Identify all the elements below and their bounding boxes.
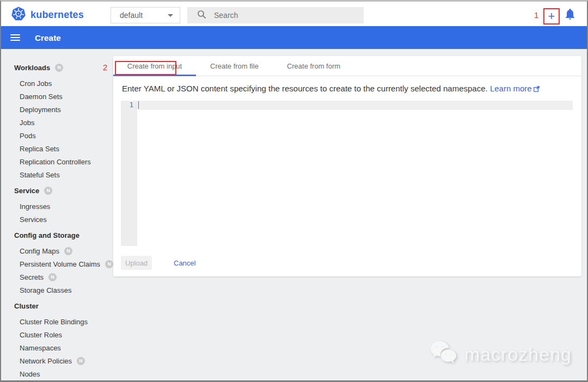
sidebar-item-network-policies[interactable]: Network Policies N	[1, 354, 113, 367]
annotation-step-2: 2	[103, 63, 107, 72]
section-label: Cluster	[14, 302, 39, 310]
item-label: Cluster Role Bindings	[20, 318, 88, 326]
item-label: Pods	[20, 132, 36, 140]
tab-create-from-form[interactable]: Create from form	[273, 56, 354, 76]
search-input[interactable]	[214, 11, 358, 20]
tab-bar: Create from input Create from file Creat…	[113, 56, 581, 76]
learn-more-link[interactable]: Learn more	[490, 84, 540, 93]
active-tab-indicator	[113, 75, 196, 76]
item-label: Persistent Volume Claims	[20, 260, 100, 268]
content-area: Workloads N Cron Jobs Daemon Sets Deploy…	[1, 49, 587, 382]
item-label: Deployments	[20, 106, 61, 114]
sidebar-item-secrets[interactable]: Secrets N	[1, 270, 113, 284]
item-label: Replication Controllers	[20, 158, 91, 166]
section-label: Workloads	[14, 64, 50, 72]
item-label: Nodes	[20, 370, 40, 378]
tab-create-from-file[interactable]: Create from file	[196, 56, 273, 76]
item-label: Jobs	[20, 119, 34, 127]
item-label: Cron Jobs	[20, 79, 52, 88]
app-header: kubernetes default +	[1, 2, 587, 26]
sidebar-item-storage-classes[interactable]: Storage Classes	[1, 284, 113, 297]
item-label: Network Policies	[20, 357, 72, 365]
external-link-icon	[534, 84, 540, 94]
sidebar-item-config-maps[interactable]: Config Maps N	[1, 244, 113, 257]
sidebar-section-config-and-storage[interactable]: Config and Storage	[1, 229, 113, 242]
namespaced-badge: N	[44, 187, 52, 195]
sidebar-item-cluster-role-bindings[interactable]: Cluster Role Bindings	[1, 315, 113, 328]
sidebar-item-daemon-sets[interactable]: Daemon Sets	[1, 90, 113, 103]
sidebar-section-workloads[interactable]: Workloads N	[1, 61, 113, 74]
page-toolbar: Create	[1, 26, 587, 49]
kubernetes-dashboard-window: kubernetes default + Create	[0, 0, 588, 382]
sidebar: Workloads N Cron Jobs Daemon Sets Deploy…	[1, 49, 113, 382]
page-title: Create	[35, 33, 61, 42]
brand-name: kubernetes	[30, 9, 84, 21]
create-plus-button[interactable]: +	[543, 8, 560, 24]
sidebar-item-pods[interactable]: Pods	[1, 129, 113, 142]
item-label: Replica Sets	[20, 145, 59, 153]
tab-label: Create from input	[127, 62, 182, 70]
namespaced-badge: N	[48, 273, 57, 281]
item-label: Cluster Roles	[20, 331, 62, 339]
description-text: Enter YAML or JSON content specifying th…	[122, 84, 488, 93]
sidebar-item-stateful-sets[interactable]: Stateful Sets	[1, 168, 113, 181]
sidebar-item-ingresses[interactable]: Ingresses	[1, 200, 113, 213]
namespaced-badge: N	[77, 357, 85, 365]
sidebar-section-service[interactable]: Service N	[1, 184, 113, 197]
sidebar-item-namespaces[interactable]: Namespaces	[1, 341, 113, 354]
line-number: 1	[130, 101, 133, 109]
item-label: Secrets	[20, 273, 44, 281]
main-panel: Create from input Create from file Creat…	[113, 49, 587, 382]
editor-active-line	[137, 101, 573, 110]
search-bar	[187, 7, 364, 23]
item-label: Namespaces	[20, 344, 61, 352]
watermark: macrozheng	[430, 340, 572, 368]
wechat-icon	[430, 340, 459, 368]
sidebar-item-replica-sets[interactable]: Replica Sets	[1, 142, 113, 155]
item-label: Services	[20, 215, 47, 224]
tab-label: Create from form	[287, 62, 340, 70]
namespaced-badge: N	[105, 260, 113, 268]
item-label: Ingresses	[20, 202, 50, 211]
item-label: Stateful Sets	[20, 171, 60, 179]
sidebar-item-persistent-volume-claims[interactable]: Persistent Volume Claims N	[1, 257, 113, 270]
menu-icon[interactable]	[10, 34, 20, 41]
sidebar-item-deployments[interactable]: Deployments	[1, 103, 113, 116]
watermark-text: macrozheng	[464, 344, 572, 365]
tab-label: Create from file	[210, 62, 259, 70]
chevron-down-icon	[168, 14, 173, 17]
sidebar-item-cluster-roles[interactable]: Cluster Roles	[1, 328, 113, 341]
sidebar-item-cron-jobs[interactable]: Cron Jobs	[1, 77, 113, 90]
namespaced-badge: N	[55, 64, 63, 72]
tab-create-from-input[interactable]: Create from input	[113, 56, 196, 76]
sidebar-item-nodes[interactable]: Nodes	[1, 367, 113, 380]
namespaced-badge: N	[64, 247, 72, 255]
create-card: Create from input Create from file Creat…	[113, 56, 581, 276]
cancel-button[interactable]: Cancel	[174, 259, 195, 267]
namespace-value: default	[120, 11, 168, 20]
upload-button[interactable]: Upload	[121, 256, 152, 270]
card-actions: Upload Cancel	[121, 256, 195, 270]
item-label: Storage Classes	[20, 286, 71, 294]
item-label: Daemon Sets	[20, 93, 63, 101]
sidebar-item-services[interactable]: Services	[1, 213, 113, 226]
kubernetes-logo-icon	[11, 6, 26, 23]
sidebar-item-replication-controllers[interactable]: Replication Controllers	[1, 155, 113, 168]
section-label: Service	[14, 187, 39, 195]
annotation-step-1: 1	[534, 10, 538, 20]
brand[interactable]: kubernetes	[11, 6, 84, 23]
sidebar-section-cluster[interactable]: Cluster	[1, 299, 113, 312]
create-description: Enter YAML or JSON content specifying th…	[122, 84, 573, 94]
section-label: Config and Storage	[14, 231, 79, 239]
yaml-editor[interactable]: 1	[121, 101, 573, 246]
search-icon	[193, 10, 214, 21]
editor-gutter: 1	[121, 101, 137, 246]
text-cursor	[138, 101, 139, 109]
item-label: Config Maps	[20, 247, 59, 255]
sidebar-item-jobs[interactable]: Jobs	[1, 116, 113, 129]
namespace-select[interactable]: default	[111, 7, 180, 23]
notifications-bell-icon[interactable]	[565, 9, 575, 20]
